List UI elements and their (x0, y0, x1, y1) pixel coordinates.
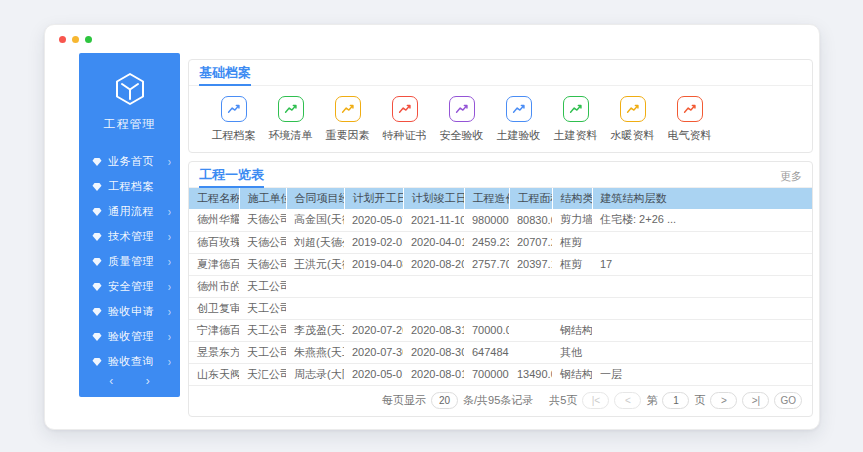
archive-item-civil-acceptance[interactable]: 土建验收 (490, 96, 547, 143)
project-list-title[interactable]: 工程一览表 (199, 168, 264, 188)
table-row[interactable]: 创卫复审... 天工公司 (189, 297, 812, 319)
cell: 李茂盈(天工公司) (286, 319, 344, 341)
close-window-icon[interactable] (59, 36, 66, 43)
trend-chart-icon (449, 96, 475, 122)
records-total-label: 条/共95条记录 (463, 393, 533, 408)
archive-item-safety-acceptance[interactable]: 安全验收 (433, 96, 490, 143)
archive-item-electrical-docs[interactable]: 电气资料 (661, 96, 718, 143)
more-link[interactable]: 更多 (780, 169, 802, 187)
chevron-right-icon: › (168, 280, 171, 293)
basic-archive-panel: 基础档案 工程档案 环境清单 重要因素 特种证书 (188, 59, 813, 153)
sidebar-item-acceptance-query[interactable]: 验收查询 › (79, 349, 180, 374)
sidebar-item-quality-management[interactable]: 质量管理 › (79, 249, 180, 274)
per-page-input[interactable]: 20 (431, 392, 458, 409)
window-controls (59, 36, 92, 43)
cell: 80830.00 (509, 209, 552, 231)
archive-item-label: 特种证书 (383, 128, 427, 143)
table-row[interactable]: 昱景东方... 天工公司 朱燕燕(天工公司) 2020-07-30 2020-0… (189, 341, 812, 363)
gem-icon (92, 207, 102, 217)
prev-page-button[interactable]: < (614, 392, 641, 409)
sidebar-item-business-home[interactable]: 业务首页 › (79, 149, 180, 174)
cell (344, 275, 403, 297)
cell: 2020-08-31 (403, 319, 464, 341)
last-page-button[interactable]: >| (742, 392, 769, 409)
cell: 昱景东方... (189, 341, 239, 363)
cell: 2020-07-30 (344, 341, 403, 363)
cell: 框剪 (552, 231, 592, 253)
table-row[interactable]: 山东天阀... 天汇公司 周志录(大阳公司) 2020-05-01 2020-0… (189, 363, 812, 385)
sidebar-next-icon[interactable]: › (146, 374, 150, 388)
cell (509, 297, 552, 319)
sidebar-item-acceptance-apply[interactable]: 验收申请 › (79, 299, 180, 324)
table-header-row: 工程名称 施工单位 合同项目经理 计划开工日期 计划竣工日期 工程造价 工程面积… (189, 188, 812, 209)
cell (509, 341, 552, 363)
cell: 天汇公司 (239, 363, 286, 385)
col-contract-manager: 合同项目经理 (286, 188, 344, 209)
table-row[interactable]: 夏津德百... 天德公司 王洪元(天德公司) 2019-04-08 2020-0… (189, 253, 812, 275)
sidebar-item-label: 验收申请 (108, 304, 168, 319)
trend-chart-icon (563, 96, 589, 122)
archive-item-special-cert[interactable]: 特种证书 (376, 96, 433, 143)
archive-item-label: 环境清单 (269, 128, 313, 143)
gem-icon (92, 157, 102, 167)
cell (286, 275, 344, 297)
minimize-window-icon[interactable] (72, 36, 79, 43)
chevron-right-icon: › (168, 305, 171, 318)
archive-shortcut-row: 工程档案 环境清单 重要因素 特种证书 安全验收 (189, 86, 812, 152)
archive-item-civil-docs[interactable]: 土建资料 (547, 96, 604, 143)
sidebar-item-safety-management[interactable]: 安全管理 › (79, 274, 180, 299)
table-row[interactable]: 德百玫瑰... 天德公司 刘超(天德公司) 2019-02-01 2020-04… (189, 231, 812, 253)
table-row[interactable]: 宁津德百... 天工公司 李茂盈(天工公司) 2020-07-20 2020-0… (189, 319, 812, 341)
archive-item-project-archive[interactable]: 工程档案 (205, 96, 262, 143)
go-page-button[interactable]: GO (774, 392, 802, 409)
cell: 天德公司 (239, 253, 286, 275)
cell: 山东天阀... (189, 363, 239, 385)
basic-archive-title[interactable]: 基础档案 (199, 66, 251, 86)
sidebar-item-tech-management[interactable]: 技术管理 › (79, 224, 180, 249)
app-name: 工程管理 (104, 116, 156, 133)
col-construction-unit: 施工单位 (239, 188, 286, 209)
cell (286, 297, 344, 319)
trend-chart-icon (221, 96, 247, 122)
archive-item-key-factors[interactable]: 重要因素 (319, 96, 376, 143)
trend-chart-icon (506, 96, 532, 122)
page-number-input[interactable]: 1 (662, 392, 689, 409)
cell: 2020-07-20 (344, 319, 403, 341)
cell: 框剪 (552, 253, 592, 275)
cell: 2020-08-20 (403, 253, 464, 275)
col-project-area: 工程面积 (509, 188, 552, 209)
col-project-cost: 工程造价 (464, 188, 509, 209)
trend-chart-icon (278, 96, 304, 122)
cell: 天工公司 (239, 341, 286, 363)
gem-icon (92, 257, 102, 267)
project-table: 工程名称 施工单位 合同项目经理 计划开工日期 计划竣工日期 工程造价 工程面积… (189, 188, 812, 386)
sidebar-item-acceptance-management[interactable]: 验收管理 › (79, 324, 180, 349)
cell (403, 275, 464, 297)
sidebar-item-general-flow[interactable]: 通用流程 › (79, 199, 180, 224)
sidebar-item-label: 验收查询 (108, 354, 168, 369)
page-suffix-label: 页 (694, 393, 705, 408)
cell (592, 341, 812, 363)
sidebar-item-label: 工程档案 (108, 179, 171, 194)
table-row[interactable]: 德州市的... 天工公司 (189, 275, 812, 297)
sidebar-pager: ‹ › (79, 374, 180, 398)
sidebar-item-project-archive[interactable]: 工程档案 (79, 174, 180, 199)
trend-chart-icon (677, 96, 703, 122)
archive-item-env-list[interactable]: 环境清单 (262, 96, 319, 143)
next-page-button[interactable]: > (710, 392, 737, 409)
trend-chart-icon (620, 96, 646, 122)
archive-item-plumbing-docs[interactable]: 水暖资料 (604, 96, 661, 143)
table-row[interactable]: 德州华耀... 天德公司 高金国(天德公司) 2020-05-07 2021-1… (189, 209, 812, 231)
cell: 天德公司 (239, 231, 286, 253)
cell: 钢结构 (552, 363, 592, 385)
zoom-window-icon[interactable] (85, 36, 92, 43)
project-list-panel: 工程一览表 更多 工程名称 施工单位 合同项目经理 计划开工日期 计划竣工日期 … (188, 161, 813, 417)
cell: 2757.70 (464, 253, 509, 275)
trend-chart-icon (335, 96, 361, 122)
sidebar-prev-icon[interactable]: ‹ (109, 374, 113, 388)
cell: 2459.23 (464, 231, 509, 253)
cell: 2019-04-08 (344, 253, 403, 275)
cell (552, 297, 592, 319)
first-page-button[interactable]: |< (582, 392, 609, 409)
sidebar-item-label: 质量管理 (108, 254, 168, 269)
